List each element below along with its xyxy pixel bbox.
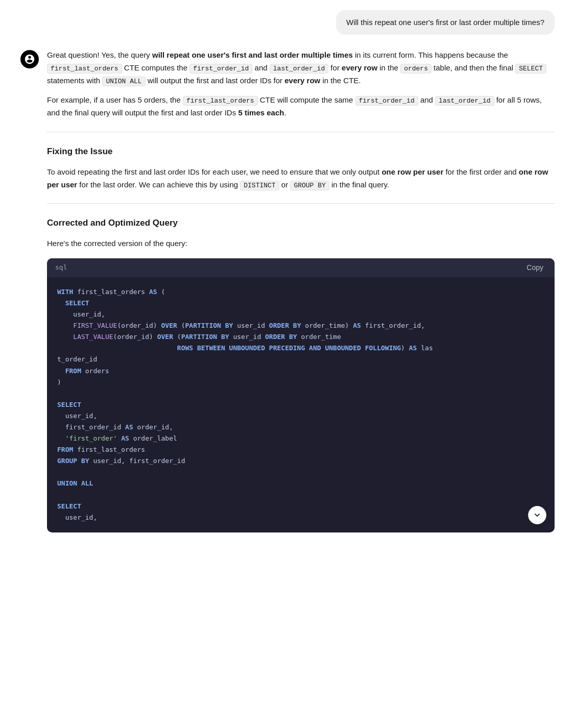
code-block-body: WITH first_last_orders AS ( SELECT user_… (47, 277, 555, 532)
copy-button[interactable]: Copy (523, 262, 546, 273)
section2-title: Corrected and Optimized Query (47, 216, 555, 230)
scroll-down-button[interactable] (528, 506, 546, 524)
section-fixing-issue: Fixing the Issue To avoid repeating the … (47, 144, 555, 191)
code-content: WITH first_last_orders AS ( SELECT user_… (57, 286, 544, 523)
response-paragraph-1: Great question! Yes, the query will repe… (47, 49, 555, 87)
divider-1 (47, 132, 555, 132)
avatar (20, 50, 39, 68)
ai-content: Great question! Yes, the query will repe… (47, 49, 555, 543)
section1-paragraph: To avoid repeating the first and last or… (47, 166, 555, 191)
code-block: sql Copy WITH first_last_orders AS ( SEL… (47, 258, 555, 532)
divider-2 (47, 203, 555, 204)
ai-response-container: Great question! Yes, the query will repe… (20, 49, 555, 543)
section1-title: Fixing the Issue (47, 144, 555, 159)
user-message-text: Will this repeat one user's first or las… (346, 18, 544, 27)
user-message-bubble: Will this repeat one user's first or las… (336, 10, 555, 35)
response-paragraph-2: For example, if a user has 5 orders, the… (47, 94, 555, 119)
section2-intro: Here's the corrected version of the quer… (47, 237, 555, 250)
code-block-header: sql Copy (47, 258, 555, 277)
section-corrected-query: Corrected and Optimized Query Here's the… (47, 216, 555, 532)
user-message-container: Will this repeat one user's first or las… (20, 10, 555, 35)
code-lang-label: sql (55, 262, 67, 273)
code-block-outer: sql Copy WITH first_last_orders AS ( SEL… (47, 258, 555, 532)
